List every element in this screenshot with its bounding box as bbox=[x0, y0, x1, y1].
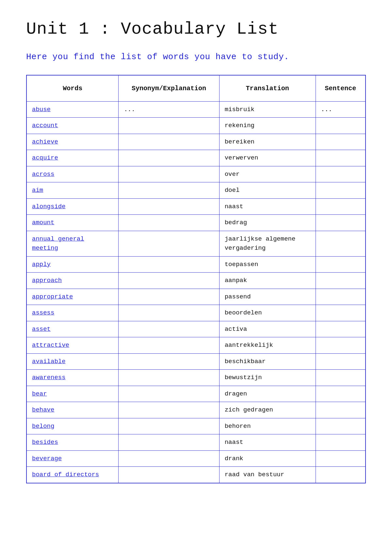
synonym-cell bbox=[119, 182, 219, 199]
table-row: beveragedrank bbox=[26, 450, 366, 467]
table-row: board of directorsraad van bestuur bbox=[26, 467, 366, 483]
synonym-cell bbox=[119, 231, 219, 256]
table-row: besidesnaast bbox=[26, 434, 366, 451]
sentence-cell bbox=[316, 402, 366, 418]
table-row: applytoepassen bbox=[26, 256, 366, 273]
vocabulary-table: Words Synonym/Explanation Translation Se… bbox=[26, 75, 366, 483]
synonym-cell bbox=[119, 273, 219, 289]
word-link[interactable]: besides bbox=[32, 439, 58, 446]
header-sentence: Sentence bbox=[316, 75, 366, 101]
synonym-cell bbox=[119, 418, 219, 434]
word-link[interactable]: attractive bbox=[32, 342, 69, 349]
synonym-cell bbox=[119, 353, 219, 370]
sentence-cell bbox=[316, 353, 366, 370]
sentence-cell bbox=[316, 198, 366, 215]
synonym-cell bbox=[119, 134, 219, 150]
translation-cell: misbruik bbox=[219, 101, 316, 118]
word-link[interactable]: amount bbox=[32, 219, 54, 226]
header-synonym: Synonym/Explanation bbox=[119, 75, 219, 101]
sentence-cell bbox=[316, 370, 366, 386]
word-link[interactable]: assess bbox=[32, 309, 54, 316]
translation-cell: beschikbaar bbox=[219, 353, 316, 370]
translation-cell: rekening bbox=[219, 118, 316, 134]
translation-cell: raad van bestuur bbox=[219, 467, 316, 483]
table-row: behavezich gedragen bbox=[26, 402, 366, 418]
translation-cell: drank bbox=[219, 450, 316, 467]
subtitle: Here you find the list of words you have… bbox=[26, 52, 366, 62]
table-row: aimdoel bbox=[26, 182, 366, 199]
sentence-cell: ... bbox=[316, 101, 366, 118]
word-link[interactable]: account bbox=[32, 122, 58, 129]
word-link[interactable]: approach bbox=[32, 277, 62, 284]
table-row: assetactiva bbox=[26, 321, 366, 337]
word-link[interactable]: asset bbox=[32, 326, 51, 333]
table-row: annual generalmeetingjaarlijkse algemene… bbox=[26, 231, 366, 256]
sentence-cell bbox=[316, 289, 366, 305]
word-link[interactable]: available bbox=[32, 358, 66, 365]
word-link[interactable]: across bbox=[32, 171, 54, 178]
synonym-cell bbox=[119, 450, 219, 467]
word-link[interactable]: annual general bbox=[32, 235, 84, 243]
translation-cell: doel bbox=[219, 182, 316, 199]
table-row: approachaanpak bbox=[26, 273, 366, 289]
sentence-cell bbox=[316, 118, 366, 134]
table-row: beardragen bbox=[26, 386, 366, 402]
synonym-cell bbox=[119, 337, 219, 354]
sentence-cell bbox=[316, 273, 366, 289]
translation-cell: naast bbox=[219, 198, 316, 215]
table-row: belongbehoren bbox=[26, 418, 366, 434]
translation-cell: naast bbox=[219, 434, 316, 451]
table-row: accountrekening bbox=[26, 118, 366, 134]
word-link[interactable]: apply bbox=[32, 261, 51, 268]
translation-cell: toepassen bbox=[219, 256, 316, 273]
translation-cell: bewustzijn bbox=[219, 370, 316, 386]
word-link[interactable]: alongside bbox=[32, 203, 66, 210]
translation-cell: behoren bbox=[219, 418, 316, 434]
page-title: Unit 1 : Vocabulary List bbox=[26, 20, 366, 39]
table-row: achievebereiken bbox=[26, 134, 366, 150]
translation-cell: bereiken bbox=[219, 134, 316, 150]
sentence-cell bbox=[316, 434, 366, 451]
synonym-cell bbox=[119, 198, 219, 215]
word-link[interactable]: bear bbox=[32, 390, 47, 397]
synonym-cell bbox=[119, 118, 219, 134]
synonym-cell bbox=[119, 256, 219, 273]
synonym-cell bbox=[119, 402, 219, 418]
translation-cell: passend bbox=[219, 289, 316, 305]
header-translation: Translation bbox=[219, 75, 316, 101]
word-link[interactable]: awareness bbox=[32, 374, 66, 381]
sentence-cell bbox=[316, 418, 366, 434]
table-row: attractiveaantrekkelijk bbox=[26, 337, 366, 354]
translation-cell: beoordelen bbox=[219, 305, 316, 321]
word-link[interactable]: achieve bbox=[32, 138, 58, 145]
synonym-cell bbox=[119, 321, 219, 337]
translation-cell: aanpak bbox=[219, 273, 316, 289]
word-link[interactable]: board of directors bbox=[32, 471, 99, 478]
word-link[interactable]: appropriate bbox=[32, 293, 73, 300]
sentence-cell bbox=[316, 256, 366, 273]
sentence-cell bbox=[316, 305, 366, 321]
translation-cell: activa bbox=[219, 321, 316, 337]
table-row: appropriatepassend bbox=[26, 289, 366, 305]
table-row: acquireverwerven bbox=[26, 150, 366, 166]
sentence-cell bbox=[316, 182, 366, 199]
word-link[interactable]: abuse bbox=[32, 106, 51, 113]
synonym-cell bbox=[119, 166, 219, 182]
sentence-cell bbox=[316, 321, 366, 337]
sentence-cell bbox=[316, 337, 366, 354]
sentence-cell bbox=[316, 231, 366, 256]
word-link[interactable]: aim bbox=[32, 187, 43, 194]
table-row: amountbedrag bbox=[26, 215, 366, 231]
synonym-cell bbox=[119, 305, 219, 321]
word-link[interactable]: behave bbox=[32, 406, 54, 413]
word-link-cont[interactable]: meeting bbox=[32, 244, 58, 252]
synonym-cell bbox=[119, 386, 219, 402]
translation-cell: over bbox=[219, 166, 316, 182]
sentence-cell bbox=[316, 166, 366, 182]
sentence-cell bbox=[316, 467, 366, 483]
sentence-cell bbox=[316, 215, 366, 231]
word-link[interactable]: acquire bbox=[32, 154, 58, 161]
word-link[interactable]: beverage bbox=[32, 455, 62, 462]
word-link[interactable]: belong bbox=[32, 423, 54, 430]
sentence-cell bbox=[316, 450, 366, 467]
